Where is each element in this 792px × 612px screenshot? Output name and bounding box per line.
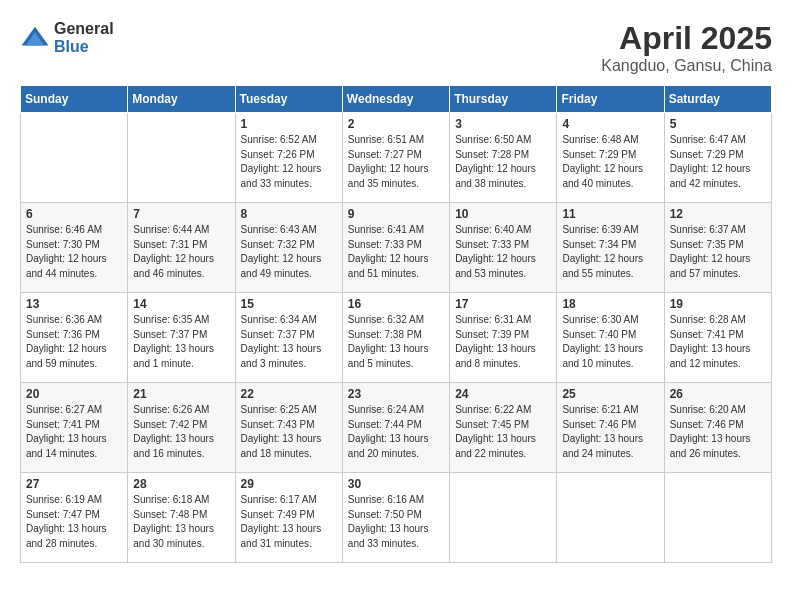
logo-text: General Blue [54,20,114,55]
day-cell: 9Sunrise: 6:41 AMSunset: 7:33 PMDaylight… [342,203,449,293]
logo-blue-text: Blue [54,38,114,56]
day-number: 6 [26,207,122,221]
day-info: Sunrise: 6:43 AMSunset: 7:32 PMDaylight:… [241,223,337,281]
day-info: Sunrise: 6:36 AMSunset: 7:36 PMDaylight:… [26,313,122,371]
day-cell: 25Sunrise: 6:21 AMSunset: 7:46 PMDayligh… [557,383,664,473]
day-cell: 24Sunrise: 6:22 AMSunset: 7:45 PMDayligh… [450,383,557,473]
day-info: Sunrise: 6:47 AMSunset: 7:29 PMDaylight:… [670,133,766,191]
day-number: 4 [562,117,658,131]
day-number: 23 [348,387,444,401]
page-header: General Blue April 2025 Kangduo, Gansu, … [20,20,772,75]
day-cell: 14Sunrise: 6:35 AMSunset: 7:37 PMDayligh… [128,293,235,383]
day-number: 16 [348,297,444,311]
week-row-5: 27Sunrise: 6:19 AMSunset: 7:47 PMDayligh… [21,473,772,563]
day-number: 5 [670,117,766,131]
week-row-2: 6Sunrise: 6:46 AMSunset: 7:30 PMDaylight… [21,203,772,293]
calendar-body: 1Sunrise: 6:52 AMSunset: 7:26 PMDaylight… [21,113,772,563]
day-number: 3 [455,117,551,131]
day-number: 26 [670,387,766,401]
day-info: Sunrise: 6:51 AMSunset: 7:27 PMDaylight:… [348,133,444,191]
day-cell: 1Sunrise: 6:52 AMSunset: 7:26 PMDaylight… [235,113,342,203]
day-cell [21,113,128,203]
logo-general-text: General [54,20,114,38]
day-info: Sunrise: 6:52 AMSunset: 7:26 PMDaylight:… [241,133,337,191]
day-cell: 21Sunrise: 6:26 AMSunset: 7:42 PMDayligh… [128,383,235,473]
day-number: 10 [455,207,551,221]
day-cell: 26Sunrise: 6:20 AMSunset: 7:46 PMDayligh… [664,383,771,473]
day-cell: 28Sunrise: 6:18 AMSunset: 7:48 PMDayligh… [128,473,235,563]
weekday-header-friday: Friday [557,86,664,113]
day-cell: 30Sunrise: 6:16 AMSunset: 7:50 PMDayligh… [342,473,449,563]
day-number: 14 [133,297,229,311]
day-cell: 7Sunrise: 6:44 AMSunset: 7:31 PMDaylight… [128,203,235,293]
day-info: Sunrise: 6:20 AMSunset: 7:46 PMDaylight:… [670,403,766,461]
calendar-table: SundayMondayTuesdayWednesdayThursdayFrid… [20,85,772,563]
day-info: Sunrise: 6:41 AMSunset: 7:33 PMDaylight:… [348,223,444,281]
day-cell: 29Sunrise: 6:17 AMSunset: 7:49 PMDayligh… [235,473,342,563]
day-info: Sunrise: 6:44 AMSunset: 7:31 PMDaylight:… [133,223,229,281]
weekday-header-wednesday: Wednesday [342,86,449,113]
day-number: 13 [26,297,122,311]
day-cell: 12Sunrise: 6:37 AMSunset: 7:35 PMDayligh… [664,203,771,293]
weekday-row: SundayMondayTuesdayWednesdayThursdayFrid… [21,86,772,113]
day-info: Sunrise: 6:22 AMSunset: 7:45 PMDaylight:… [455,403,551,461]
day-cell: 22Sunrise: 6:25 AMSunset: 7:43 PMDayligh… [235,383,342,473]
day-number: 27 [26,477,122,491]
logo: General Blue [20,20,114,55]
day-cell: 8Sunrise: 6:43 AMSunset: 7:32 PMDaylight… [235,203,342,293]
day-number: 21 [133,387,229,401]
day-info: Sunrise: 6:40 AMSunset: 7:33 PMDaylight:… [455,223,551,281]
week-row-3: 13Sunrise: 6:36 AMSunset: 7:36 PMDayligh… [21,293,772,383]
calendar-subtitle: Kangduo, Gansu, China [601,57,772,75]
day-info: Sunrise: 6:37 AMSunset: 7:35 PMDaylight:… [670,223,766,281]
calendar-title: April 2025 [601,20,772,57]
day-number: 12 [670,207,766,221]
weekday-header-sunday: Sunday [21,86,128,113]
day-cell [128,113,235,203]
day-info: Sunrise: 6:17 AMSunset: 7:49 PMDaylight:… [241,493,337,551]
day-info: Sunrise: 6:28 AMSunset: 7:41 PMDaylight:… [670,313,766,371]
day-number: 8 [241,207,337,221]
day-number: 11 [562,207,658,221]
day-info: Sunrise: 6:27 AMSunset: 7:41 PMDaylight:… [26,403,122,461]
title-block: April 2025 Kangduo, Gansu, China [601,20,772,75]
day-info: Sunrise: 6:48 AMSunset: 7:29 PMDaylight:… [562,133,658,191]
day-info: Sunrise: 6:25 AMSunset: 7:43 PMDaylight:… [241,403,337,461]
day-info: Sunrise: 6:18 AMSunset: 7:48 PMDaylight:… [133,493,229,551]
day-cell: 15Sunrise: 6:34 AMSunset: 7:37 PMDayligh… [235,293,342,383]
day-info: Sunrise: 6:16 AMSunset: 7:50 PMDaylight:… [348,493,444,551]
day-number: 17 [455,297,551,311]
day-cell: 4Sunrise: 6:48 AMSunset: 7:29 PMDaylight… [557,113,664,203]
day-cell: 18Sunrise: 6:30 AMSunset: 7:40 PMDayligh… [557,293,664,383]
day-number: 2 [348,117,444,131]
day-number: 29 [241,477,337,491]
weekday-header-thursday: Thursday [450,86,557,113]
day-cell: 2Sunrise: 6:51 AMSunset: 7:27 PMDaylight… [342,113,449,203]
weekday-header-tuesday: Tuesday [235,86,342,113]
day-cell: 3Sunrise: 6:50 AMSunset: 7:28 PMDaylight… [450,113,557,203]
day-info: Sunrise: 6:19 AMSunset: 7:47 PMDaylight:… [26,493,122,551]
day-info: Sunrise: 6:21 AMSunset: 7:46 PMDaylight:… [562,403,658,461]
day-cell: 5Sunrise: 6:47 AMSunset: 7:29 PMDaylight… [664,113,771,203]
day-info: Sunrise: 6:35 AMSunset: 7:37 PMDaylight:… [133,313,229,371]
day-number: 9 [348,207,444,221]
day-number: 15 [241,297,337,311]
day-info: Sunrise: 6:31 AMSunset: 7:39 PMDaylight:… [455,313,551,371]
day-number: 24 [455,387,551,401]
day-info: Sunrise: 6:26 AMSunset: 7:42 PMDaylight:… [133,403,229,461]
day-info: Sunrise: 6:30 AMSunset: 7:40 PMDaylight:… [562,313,658,371]
day-number: 20 [26,387,122,401]
day-number: 19 [670,297,766,311]
day-number: 18 [562,297,658,311]
week-row-4: 20Sunrise: 6:27 AMSunset: 7:41 PMDayligh… [21,383,772,473]
day-number: 22 [241,387,337,401]
day-info: Sunrise: 6:39 AMSunset: 7:34 PMDaylight:… [562,223,658,281]
day-cell: 20Sunrise: 6:27 AMSunset: 7:41 PMDayligh… [21,383,128,473]
day-info: Sunrise: 6:34 AMSunset: 7:37 PMDaylight:… [241,313,337,371]
day-info: Sunrise: 6:24 AMSunset: 7:44 PMDaylight:… [348,403,444,461]
day-info: Sunrise: 6:46 AMSunset: 7:30 PMDaylight:… [26,223,122,281]
day-cell: 10Sunrise: 6:40 AMSunset: 7:33 PMDayligh… [450,203,557,293]
weekday-header-monday: Monday [128,86,235,113]
day-cell: 19Sunrise: 6:28 AMSunset: 7:41 PMDayligh… [664,293,771,383]
day-number: 30 [348,477,444,491]
